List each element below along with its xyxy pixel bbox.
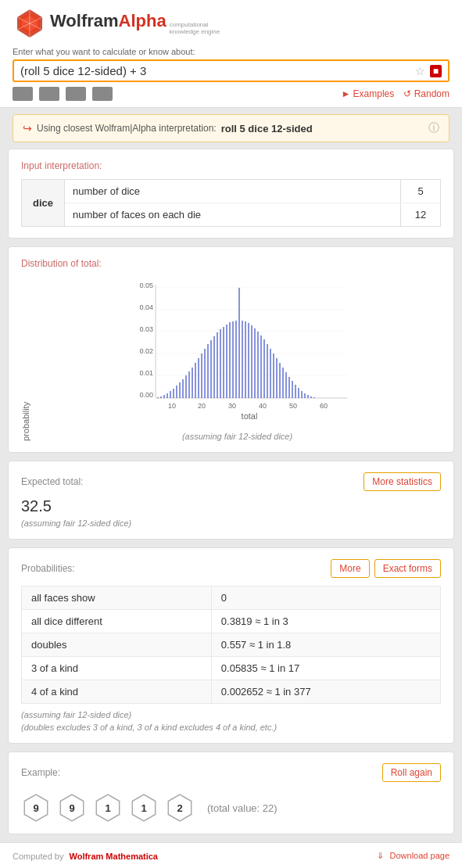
- svg-rect-51: [235, 321, 237, 398]
- svg-rect-75: [310, 396, 312, 398]
- die-2: 9: [57, 793, 87, 823]
- die-4: 1: [129, 793, 159, 823]
- svg-rect-73: [304, 393, 306, 398]
- svg-text:total: total: [241, 411, 257, 421]
- roll-again-button[interactable]: Roll again: [382, 763, 441, 782]
- search-input[interactable]: [20, 64, 415, 77]
- logo-area: WolframAlpha computational knowledge eng…: [13, 6, 449, 41]
- prob-header: Probabilities: More Exact forms: [21, 559, 441, 578]
- num-dice-value: 5: [401, 180, 440, 203]
- svg-rect-58: [257, 332, 259, 398]
- help-icon[interactable]: ⓘ: [428, 121, 439, 135]
- expected-total-card: Expected total: More statistics 32.5 (as…: [8, 461, 454, 540]
- download-page-link[interactable]: Download page: [390, 851, 449, 860]
- svg-rect-50: [232, 321, 234, 398]
- camera-icon[interactable]: [39, 87, 59, 101]
- input-card-title: Input interpretation:: [21, 160, 441, 171]
- interp-left: ↪ Using closest Wolfram|Alpha interpreta…: [23, 122, 313, 135]
- svg-rect-71: [298, 388, 299, 398]
- svg-text:9: 9: [69, 802, 74, 814]
- keyboard-icon[interactable]: [13, 87, 33, 101]
- expected-note: (assuming fair 12-sided dice): [21, 518, 441, 528]
- svg-rect-40: [201, 353, 202, 398]
- svg-rect-59: [260, 335, 262, 398]
- example-card: Example: Roll again 9 9 1 1 2 (total val…: [8, 751, 454, 834]
- table-row: all dice different0.3819 ≈ 1 in 3: [22, 610, 441, 633]
- svg-rect-45: [217, 332, 218, 398]
- chart-wrapper: 0.05 0.04 0.03 0.02 0.01 0.00 10 20 30 4…: [34, 277, 441, 441]
- search-bar: ☆ ■: [13, 59, 449, 82]
- wolfram-mathematica-link[interactable]: Wolfram Mathematica: [70, 852, 159, 861]
- svg-rect-60: [263, 339, 265, 398]
- grid-icon[interactable]: [66, 87, 86, 101]
- more-statistics-button[interactable]: More statistics: [364, 472, 441, 491]
- svg-rect-63: [273, 353, 274, 398]
- logo-text: WolframAlpha computational knowledge eng…: [50, 11, 220, 36]
- svg-rect-76: [313, 397, 315, 398]
- examples-link[interactable]: ► Examples: [341, 88, 394, 99]
- svg-rect-29: [167, 393, 168, 398]
- svg-text:0.02: 0.02: [139, 347, 153, 355]
- distribution-note: (assuming fair 12-sided dice): [34, 432, 441, 441]
- svg-rect-28: [163, 395, 165, 398]
- prob-row-label: all dice different: [22, 610, 212, 633]
- prob-note2: (doubles excludes 3 of a kind, 3 of a ki…: [21, 723, 441, 732]
- svg-rect-55: [248, 323, 249, 398]
- svg-rect-44: [213, 336, 215, 398]
- y-axis-area: probability: [21, 277, 30, 441]
- logo-icon: [13, 6, 47, 41]
- example-title: Example:: [21, 767, 60, 778]
- footer-right: ⇓ Download page: [377, 851, 449, 861]
- svg-text:2: 2: [177, 802, 182, 814]
- svg-rect-54: [245, 321, 246, 398]
- example-header: Example: Roll again: [21, 763, 441, 782]
- svg-rect-47: [223, 327, 224, 398]
- die-1: 9: [21, 793, 51, 823]
- input-table: dice number of dice 5 number of faces on…: [21, 179, 441, 227]
- prob-row-label: 3 of a kind: [22, 657, 212, 680]
- svg-rect-27: [160, 396, 162, 398]
- table-row: 3 of a kind0.05835 ≈ 1 in 17: [22, 657, 441, 680]
- svg-rect-66: [282, 368, 284, 398]
- random-icon: ↺: [403, 88, 411, 99]
- chart-bars: [157, 288, 315, 398]
- svg-rect-67: [285, 372, 287, 398]
- prob-title: Probabilities:: [21, 563, 75, 574]
- distribution-card: Distribution of total: probability 0.05 …: [8, 246, 454, 453]
- download-icon: ⇓: [377, 851, 384, 860]
- prob-row-value: 0.3819 ≈ 1 in 3: [211, 610, 440, 633]
- svg-rect-36: [188, 371, 190, 398]
- interp-prefix: Using closest Wolfram|Alpha interpretati…: [37, 123, 217, 134]
- bookmark-icon[interactable]: ☆: [415, 65, 425, 77]
- share-icon[interactable]: [92, 87, 113, 101]
- prob-row-value: 0.557 ≈ 1 in 1.8: [211, 633, 440, 657]
- svg-rect-33: [179, 382, 181, 398]
- svg-text:40: 40: [258, 402, 266, 410]
- dice-row: 9 9 1 1 2 (total value: 22): [21, 793, 441, 823]
- dice-total: (total value: 22): [207, 802, 278, 814]
- expected-header: Expected total: More statistics: [21, 472, 441, 491]
- close-icon[interactable]: ■: [430, 65, 442, 77]
- svg-rect-72: [301, 391, 303, 398]
- expected-value: 32.5: [21, 497, 441, 515]
- num-dice-label: number of dice: [65, 180, 401, 203]
- y-axis-label: probability: [21, 277, 30, 441]
- die-5: 2: [165, 793, 195, 823]
- chart-area: probability 0.05 0.04 0.03 0.02 0.01 0.0…: [21, 277, 441, 441]
- svg-rect-64: [276, 358, 278, 398]
- interp-arrow-icon: ↪: [23, 122, 32, 135]
- more-button[interactable]: More: [331, 559, 369, 578]
- svg-rect-42: [207, 344, 209, 398]
- svg-rect-26: [157, 397, 159, 398]
- dice-label: dice: [21, 179, 65, 227]
- svg-text:10: 10: [167, 402, 175, 410]
- svg-rect-53: [242, 321, 243, 398]
- svg-rect-69: [292, 381, 293, 398]
- random-link[interactable]: ↺ Random: [403, 88, 449, 99]
- svg-rect-34: [182, 379, 184, 398]
- probabilities-table: all faces show0all dice different0.3819 …: [21, 586, 441, 704]
- interp-row-dice: number of dice 5: [65, 180, 440, 203]
- svg-rect-61: [267, 344, 268, 398]
- exact-forms-button[interactable]: Exact forms: [374, 559, 441, 578]
- svg-text:9: 9: [33, 802, 38, 814]
